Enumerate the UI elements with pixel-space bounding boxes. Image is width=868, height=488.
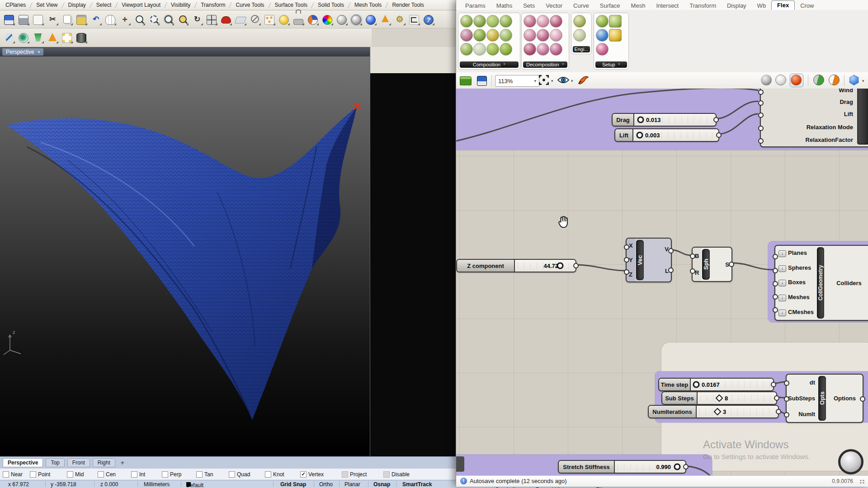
undo-icon[interactable]: ↶	[89, 13, 103, 26]
viewport-tab-perspective[interactable]: Perspective	[3, 458, 43, 467]
open-file-icon[interactable]	[460, 75, 472, 86]
shaded-swirl-icon[interactable]	[17, 31, 30, 44]
slider-knob[interactable]	[637, 132, 643, 139]
orient-icon[interactable]	[248, 13, 262, 26]
component-icon[interactable]	[524, 43, 536, 56]
tab-cplanes[interactable]: CPlanes	[3, 1, 28, 9]
lock-icon[interactable]	[292, 13, 305, 26]
component-icon[interactable]	[486, 43, 499, 56]
viewport-layout-icon[interactable]	[205, 13, 218, 26]
osnap-checkbox-vertex[interactable]: ✓	[300, 471, 307, 478]
component-icon[interactable]	[609, 29, 622, 42]
zoom-level-select[interactable]: 113% ▾	[495, 75, 539, 87]
slider-sub-steps[interactable]: Sub Steps 8	[661, 391, 777, 405]
toggle-osnap[interactable]: Osnap	[373, 481, 390, 488]
component-icon[interactable]	[473, 29, 486, 42]
perspective-viewport[interactable]: z	[0, 56, 370, 456]
panel-expand-icon[interactable]: +	[562, 62, 564, 67]
input-socket[interactable]	[624, 244, 629, 250]
slider-numiterations[interactable]: NumIterations 3	[648, 405, 779, 418]
component-icon[interactable]	[573, 29, 586, 42]
toggle-grid-snap[interactable]: Grid Snap	[280, 481, 306, 488]
grasshopper-canvas[interactable]: Wind Drag Lift Relaxation Mode Relaxatio…	[456, 89, 868, 475]
document-preview-blue-icon[interactable]	[849, 75, 860, 86]
slider-track[interactable]: 0.013	[634, 114, 716, 126]
slider-lift[interactable]: Lift 0.003	[614, 128, 719, 142]
component-icon[interactable]	[460, 43, 473, 56]
panel-label-engine[interactable]: Engi...	[573, 46, 590, 52]
save-file-icon[interactable]	[476, 75, 488, 86]
tab-solid-tools[interactable]: Solid Tools	[315, 1, 347, 9]
input-socket[interactable]	[784, 412, 789, 418]
flatten-arrow-icon[interactable]: ↓	[778, 310, 786, 316]
preview-eye-icon[interactable]	[557, 75, 569, 86]
slider-knob[interactable]	[714, 408, 722, 416]
preview-off-sphere-icon[interactable]	[761, 75, 773, 86]
menu-crow[interactable]: Crow	[795, 1, 819, 10]
chevron-down-icon[interactable]: ▾	[551, 79, 553, 83]
component-icon[interactable]	[596, 15, 609, 28]
osnap-checkbox-disable[interactable]	[383, 471, 390, 478]
chevron-down-icon[interactable]: ▾	[862, 79, 864, 83]
menu-transform[interactable]: Transform	[684, 1, 722, 10]
flatten-arrow-icon[interactable]: ↓	[778, 265, 786, 272]
named-view-car-icon[interactable]	[219, 13, 233, 26]
resize-grip[interactable]	[859, 479, 865, 484]
slider-track[interactable]: 0.003	[633, 129, 718, 141]
tab-render-tools[interactable]: Render Tools	[389, 1, 427, 9]
viewport-title-chip[interactable]: Perspective ▾	[2, 48, 43, 56]
input-socket[interactable]	[690, 253, 695, 259]
settings-gear-icon[interactable]: ⚙	[393, 13, 406, 26]
pan-hand-icon[interactable]	[104, 13, 117, 26]
tab-set-view[interactable]: Set View	[33, 1, 60, 9]
output-socket[interactable]	[573, 263, 579, 268]
output-socket[interactable]	[776, 409, 781, 414]
output-socket[interactable]	[668, 267, 674, 273]
component-icon[interactable]	[596, 29, 609, 42]
slider-track[interactable]: 0.0167	[691, 379, 773, 390]
component-icon[interactable]	[460, 29, 473, 42]
component-icon[interactable]	[537, 29, 549, 42]
tab-surface-tools[interactable]: Surface Tools	[272, 1, 311, 9]
osnap-checkbox-int[interactable]	[131, 471, 137, 478]
slider-time-step[interactable]: Time step 0.0167	[658, 378, 774, 391]
partial-component[interactable]	[456, 456, 464, 472]
menu-sets[interactable]: Sets	[518, 1, 540, 10]
tab-viewport-layout[interactable]: Viewport Layout	[119, 1, 163, 9]
toggle-ortho[interactable]: Ortho	[319, 481, 333, 488]
light-bulb-icon[interactable]	[277, 13, 291, 26]
menu-flex[interactable]: Flex	[771, 0, 795, 10]
component-icon[interactable]	[460, 15, 473, 28]
menu-vector[interactable]: Vector	[540, 1, 568, 10]
output-socket[interactable]	[774, 395, 779, 401]
preview-shaded-sphere-icon[interactable]	[791, 75, 802, 86]
slider-z-component[interactable]: Z component 44.72	[456, 259, 576, 272]
chevron-down-icon[interactable]: ▾	[38, 50, 40, 54]
wireframe-hexagon-icon[interactable]	[2, 31, 16, 44]
save-icon[interactable]	[2, 13, 16, 26]
viewport-split-icon[interactable]: +	[118, 459, 127, 466]
component-icon[interactable]	[473, 43, 486, 56]
output-socket[interactable]	[860, 396, 865, 402]
panel-label-decomposition[interactable]: Decomposition+	[523, 61, 567, 68]
canvas-compass-widget[interactable]	[838, 449, 863, 474]
node-vector-xyz[interactable]: X Y Z Vec V L	[626, 238, 672, 282]
flatten-arrow-icon[interactable]: ↓	[778, 295, 786, 301]
viewport-tab-top[interactable]: Top	[46, 458, 64, 467]
osnap-checkbox-near[interactable]	[3, 471, 9, 478]
render-sphere-icon-1[interactable]	[335, 13, 349, 26]
zoom-selected-icon[interactable]	[176, 13, 189, 26]
slider-track[interactable]: 44.72	[515, 260, 576, 272]
osnap-checkbox-cen[interactable]	[98, 471, 104, 478]
history-icon[interactable]	[407, 13, 421, 26]
input-socket[interactable]	[690, 268, 695, 274]
input-socket[interactable]	[773, 254, 778, 259]
node-collgeometry[interactable]: ↓Planes ↓Spheres ↓Boxes ↓Meshes ↓CMeshes…	[774, 245, 868, 321]
tab-select[interactable]: Select	[94, 1, 114, 9]
menu-display[interactable]: Display	[722, 1, 752, 10]
component-icon[interactable]	[486, 29, 499, 42]
paste-icon[interactable]	[75, 13, 88, 26]
slider-knob[interactable]	[637, 117, 644, 123]
input-socket[interactable]	[773, 281, 778, 286]
input-socket[interactable]	[624, 269, 629, 275]
